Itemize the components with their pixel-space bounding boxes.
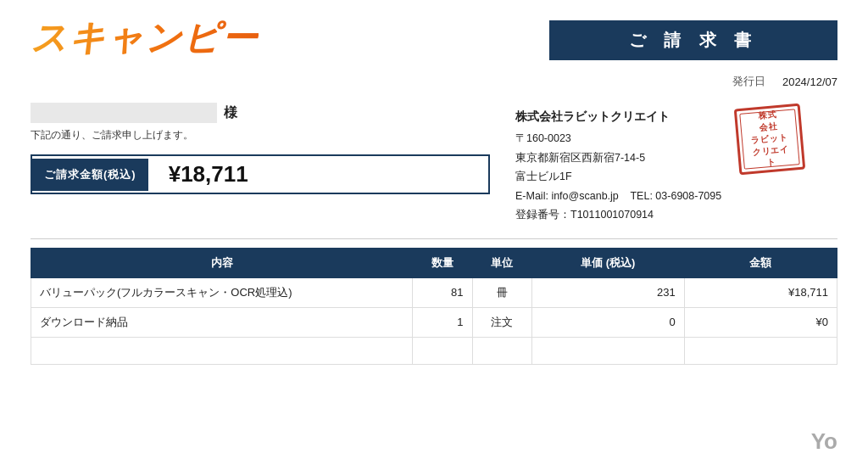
invoice-page: スキャンピー ご 請 求 書 発行日 2024/12/07 様 下記の通り、ご請…: [0, 0, 868, 470]
invoice-title: ご 請 求 書: [629, 31, 759, 49]
col-header-unit-price: 単価 (税込): [531, 248, 684, 277]
header-row: スキャンピー ご 請 求 書: [31, 20, 837, 60]
row2-unit: 注文: [472, 307, 531, 337]
table-row: バリューパック(フルカラースキャン・OCR処理込) 81 冊 231 ¥18,7…: [31, 277, 837, 307]
table-row: ダウンロード納品 1 注文 0 ¥0: [31, 307, 837, 337]
watermark: Yo: [811, 428, 837, 455]
row2-amount: ¥0: [684, 307, 837, 337]
row1-unit: 冊: [472, 277, 531, 307]
recipient-subtitle: 下記の通り、ご請求申し上げます。: [31, 128, 490, 143]
issue-date-value: 2024/12/07: [782, 76, 837, 88]
row2-content: ダウンロード納品: [31, 307, 413, 337]
company-info: 株式会社ラビットクリエイト 〒160-0023 東京都新宿区西新宿7-14-5 …: [515, 106, 721, 225]
row2-qty: 1: [413, 307, 472, 337]
company-stamp-row: 株式会社ラビットクリエイト 〒160-0023 東京都新宿区西新宿7-14-5 …: [515, 106, 837, 225]
email-value: info@scanb.jp: [551, 190, 618, 202]
invoice-title-box: ご 請 求 書: [549, 20, 837, 60]
divider: [31, 238, 837, 239]
stamp-text: 株式会社ラビットクリエイト: [748, 108, 791, 171]
table-body: バリューパック(フルカラースキャン・OCR処理込) 81 冊 231 ¥18,7…: [31, 277, 837, 364]
table-header-row: 内容 数量 単位 単価 (税込) 金額: [31, 248, 837, 277]
row3-qty: [413, 337, 472, 364]
row3-unit-price: [531, 337, 684, 364]
left-column: 様 下記の通り、ご請求申し上げます。 ご請求金額(税込) ¥18,711: [31, 103, 515, 194]
tel-value: 03-6908-7095: [655, 190, 721, 202]
row1-unit-price: 231: [531, 277, 684, 307]
row3-content: [31, 337, 413, 364]
main-body: 様 下記の通り、ご請求申し上げます。 ご請求金額(税込) ¥18,711 株式会…: [31, 103, 837, 225]
name-sama: 様: [224, 104, 237, 122]
issue-date-label: 発行日: [732, 74, 765, 89]
company-postal: 〒160-0023: [515, 129, 721, 148]
row1-content: バリューパック(フルカラースキャン・OCR処理込): [31, 277, 413, 307]
row3-unit: [472, 337, 531, 364]
tel-label: TEL:: [630, 190, 652, 202]
right-column: 株式会社ラビットクリエイト 〒160-0023 東京都新宿区西新宿7-14-5 …: [515, 103, 837, 225]
row1-amount: ¥18,711: [684, 277, 837, 307]
logo: スキャンピー: [31, 20, 259, 56]
company-name: 株式会社ラビットクリエイト: [515, 106, 721, 127]
table-header: 内容 数量 単位 単価 (税込) 金額: [31, 248, 837, 277]
col-header-unit: 単位: [472, 248, 531, 277]
company-stamp: 株式会社ラビットクリエイト: [734, 104, 806, 176]
row3-amount: [684, 337, 837, 364]
row2-unit-price: 0: [531, 307, 684, 337]
company-address2: 富士ビル1F: [515, 167, 721, 187]
company-contact: E-Mail: info@scanb.jp TEL: 03-6908-7095: [515, 187, 721, 206]
company-registration: 登録番号：T1011001070914: [515, 205, 721, 225]
table-row: [31, 337, 837, 364]
invoice-table: 内容 数量 単位 単価 (税込) 金額 バリューパック(フルカラースキャン・OC…: [31, 248, 837, 365]
col-header-content: 内容: [31, 248, 413, 277]
amount-box: ご請求金額(税込) ¥18,711: [31, 154, 490, 194]
amount-value: ¥18,711: [148, 156, 269, 193]
issue-date-row: 発行日 2024/12/07: [732, 74, 837, 89]
email-label: E-Mail:: [515, 190, 548, 202]
col-header-amount: 金額: [684, 248, 837, 277]
amount-label: ご請求金額(税込): [32, 159, 148, 191]
name-blank: [31, 103, 217, 123]
recipient-name-row: 様: [31, 103, 490, 123]
logo-text: スキャンピー: [31, 18, 259, 58]
row1-qty: 81: [413, 277, 472, 307]
col-header-qty: 数量: [413, 248, 472, 277]
company-address1: 東京都新宿区西新宿7-14-5: [515, 148, 721, 168]
